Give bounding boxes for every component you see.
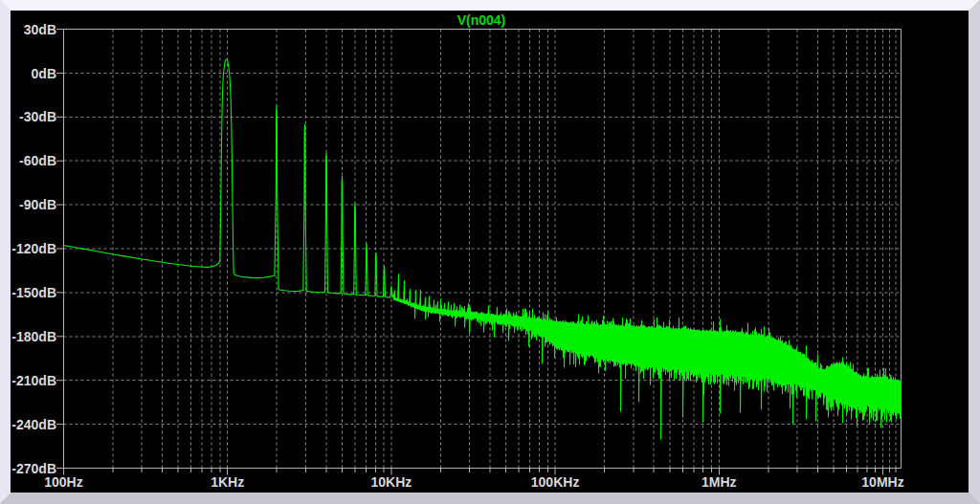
svg-text:100Hz: 100Hz bbox=[44, 474, 82, 490]
svg-text:10MHz: 10MHz bbox=[861, 474, 903, 490]
svg-text:1KHz: 1KHz bbox=[211, 474, 244, 490]
svg-text:-210dB: -210dB bbox=[11, 373, 56, 388]
svg-text:-60dB: -60dB bbox=[19, 153, 56, 168]
svg-text:-90dB: -90dB bbox=[19, 197, 56, 212]
svg-text:-180dB: -180dB bbox=[11, 329, 56, 344]
svg-text:V(n004): V(n004) bbox=[457, 12, 506, 28]
svg-text:30dB: 30dB bbox=[24, 22, 56, 37]
svg-text:-120dB: -120dB bbox=[11, 241, 56, 256]
svg-text:100KHz: 100KHz bbox=[531, 474, 580, 490]
svg-text:0dB: 0dB bbox=[32, 66, 56, 81]
svg-text:-240dB: -240dB bbox=[11, 417, 56, 432]
svg-text:10KHz: 10KHz bbox=[371, 474, 412, 490]
svg-text:1MHz: 1MHz bbox=[702, 474, 737, 490]
svg-text:-150dB: -150dB bbox=[11, 285, 56, 300]
svg-text:-30dB: -30dB bbox=[19, 109, 56, 124]
